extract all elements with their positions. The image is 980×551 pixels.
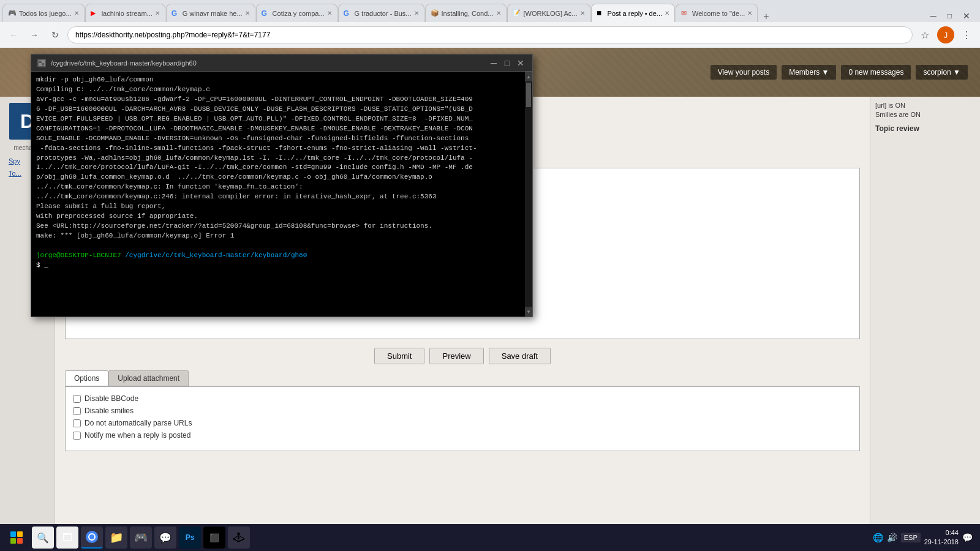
tab-traductor[interactable]: G G traductor - Bus... ✕ xyxy=(338,4,424,22)
taskbar-clock[interactable]: 0:44 29-11-2018 xyxy=(924,528,959,547)
options-tab-options[interactable]: Options xyxy=(65,370,108,386)
terminal-close[interactable]: ✕ xyxy=(515,58,526,69)
tab-close-welcome[interactable]: ✕ xyxy=(747,10,752,17)
tab-worklog[interactable]: 📝 [WORKLOG] Ac... ✕ xyxy=(507,4,590,22)
forward-button[interactable]: → xyxy=(26,26,43,43)
terminal-minimize[interactable]: ─ xyxy=(488,58,499,69)
tab-cotiza[interactable]: G Cotiza y compa... ✕ xyxy=(256,4,337,22)
tab-bar: 🎮 Todos los juego... ✕ ▶ lachinio stream… xyxy=(0,0,980,22)
start-button[interactable] xyxy=(4,527,29,549)
terminal-maximize[interactable]: □ xyxy=(502,58,513,69)
tab-close-todos[interactable]: ✕ xyxy=(74,10,79,17)
tab-post-reply[interactable]: ◼ Post a reply • de... ✕ xyxy=(591,4,675,22)
notify-reply-checkbox[interactable] xyxy=(73,432,81,440)
task-view-button[interactable]: 🗔 xyxy=(56,527,78,549)
preview-button[interactable]: Preview xyxy=(429,348,483,364)
members-button[interactable]: Members ▼ xyxy=(782,65,836,80)
terminal-taskbar-button[interactable]: ⬛ xyxy=(203,527,225,549)
network-icon[interactable]: 🌐 xyxy=(873,533,883,542)
terminal-icon xyxy=(37,59,46,67)
tab-close-cotiza[interactable]: ✕ xyxy=(327,10,332,17)
clock-date: 29-11-2018 xyxy=(924,538,959,547)
tab-label-todos: Todos los juego... xyxy=(19,10,72,17)
steam-taskbar-button[interactable]: 🎮 xyxy=(130,527,152,549)
options-tabs: Options Upload attachment xyxy=(65,370,860,386)
option-disable-bbcode: Disable BBCode xyxy=(73,394,852,403)
terminal-path: /cygdrive/c/tmk_keyboard-master/keyboard… xyxy=(125,252,307,259)
disable-smilies-checkbox[interactable] xyxy=(73,407,81,415)
tab-close-worklog[interactable]: ✕ xyxy=(580,10,585,17)
photoshop-taskbar-button[interactable]: Ps xyxy=(179,527,201,549)
menu-button[interactable]: ⋮ xyxy=(958,26,975,43)
tab-label-traductor: G traductor - Bus... xyxy=(355,10,412,17)
tab-favicon-installing: 📦 xyxy=(431,9,439,18)
profile-button[interactable]: J xyxy=(937,26,954,43)
svg-rect-2 xyxy=(42,63,44,66)
view-posts-button[interactable]: View your posts xyxy=(710,65,777,80)
tab-close-installing[interactable]: ✕ xyxy=(496,10,501,17)
options-tab-upload[interactable]: Upload attachment xyxy=(108,370,189,386)
tab-winavr[interactable]: G G winavr make he... ✕ xyxy=(166,4,255,22)
tab-installing[interactable]: 📦 Installing, Cond... ✕ xyxy=(425,4,507,22)
no-auto-parse-label: Do not automatically parse URLs xyxy=(85,419,192,427)
terminal-controls: ─ □ ✕ xyxy=(488,58,526,69)
disable-smilies-label: Disable smilies xyxy=(85,407,134,415)
address-input[interactable] xyxy=(67,26,913,43)
new-tab-button[interactable]: + xyxy=(758,11,774,22)
address-bar-row: ← → ↻ ☆ J ⋮ xyxy=(0,22,980,48)
notify-reply-label: Notify me when a reply is posted xyxy=(85,431,190,440)
reload-button[interactable]: ↻ xyxy=(47,26,64,43)
bookmark-button[interactable]: ☆ xyxy=(916,26,933,43)
minimize-button[interactable]: ─ xyxy=(925,10,941,22)
back-button[interactable]: ← xyxy=(5,26,22,43)
terminal-scroll-thumb[interactable] xyxy=(526,83,531,107)
volume-icon[interactable]: 🔊 xyxy=(887,533,897,542)
tab-favicon-traductor: G xyxy=(344,9,352,18)
terminal-scroll-down[interactable]: ▼ xyxy=(525,307,532,317)
terminal-scrollbar[interactable]: ▲ ▼ xyxy=(525,72,532,317)
tab-favicon-lachinio: ▶ xyxy=(91,9,99,18)
language-indicator[interactable]: ESP xyxy=(901,533,921,542)
user-menu-button[interactable]: scorpion ▼ xyxy=(916,65,968,80)
disable-bbcode-label: Disable BBCode xyxy=(85,394,138,403)
tab-close-traductor[interactable]: ✕ xyxy=(414,10,419,17)
terminal-line-1: mkdir -p obj_gh60_lufa/common Compiling … xyxy=(36,76,477,239)
tab-close-lachinio[interactable]: ✕ xyxy=(155,10,160,17)
tab-label-welcome: Welcome to "de... xyxy=(692,10,745,17)
tab-favicon-welcome: ✉ xyxy=(681,9,690,18)
svg-rect-1 xyxy=(39,61,42,63)
info-bbcode: [url] is ON Smilies are ON xyxy=(875,102,975,118)
disable-bbcode-checkbox[interactable] xyxy=(73,395,81,403)
submit-row: Submit Preview Save draft xyxy=(65,348,860,364)
tab-label-cotiza: Cotiza y compa... xyxy=(273,10,325,17)
save-draft-button[interactable]: Save draft xyxy=(489,348,551,364)
terminal-body[interactable]: mkdir -p obj_gh60_lufa/common Compiling … xyxy=(31,72,532,317)
option-notify-reply: Notify me when a reply is posted xyxy=(73,431,852,440)
game-taskbar-button[interactable]: 🕹 xyxy=(228,527,250,549)
info-topic-review: Topic review xyxy=(875,124,975,133)
tab-welcome[interactable]: ✉ Welcome to "de... ✕ xyxy=(676,4,758,22)
terminal-scroll-up[interactable]: ▲ xyxy=(525,72,532,81)
url-status: [url] is ON xyxy=(875,102,975,109)
no-auto-parse-checkbox[interactable] xyxy=(73,419,81,427)
topic-review-title: Topic review xyxy=(875,124,975,133)
discord-taskbar-button[interactable]: 💬 xyxy=(154,527,176,549)
files-taskbar-button[interactable]: 📁 xyxy=(105,527,127,549)
tab-favicon-post-reply: ◼ xyxy=(597,9,605,18)
tab-todos[interactable]: 🎮 Todos los juego... ✕ xyxy=(2,4,85,22)
terminal-title: /cygdrive/c/tmk_keyboard-master/keyboard… xyxy=(51,59,483,67)
chrome-taskbar-button[interactable] xyxy=(81,527,103,549)
smilies-status: Smilies are ON xyxy=(875,111,975,118)
close-window-button[interactable]: ✕ xyxy=(958,10,975,22)
search-button[interactable]: 🔍 xyxy=(32,527,54,549)
tab-close-post-reply[interactable]: ✕ xyxy=(665,10,669,17)
tab-lachinio[interactable]: ▶ lachinio stream... ✕ xyxy=(85,4,165,22)
notification-icon[interactable]: 💬 xyxy=(962,533,973,542)
tab-close-winavr[interactable]: ✕ xyxy=(245,10,250,17)
terminal-prompt: jorge@DESKTOP-LBCNJE7 xyxy=(36,252,121,259)
maximize-button[interactable]: □ xyxy=(943,10,957,21)
submit-button[interactable]: Submit xyxy=(374,348,424,364)
terminal-titlebar: /cygdrive/c/tmk_keyboard-master/keyboard… xyxy=(31,54,532,72)
tab-label-installing: Installing, Cond... xyxy=(442,10,494,17)
taskbar: 🔍 🗔 📁 🎮 💬 Ps ⬛ 🕹 🌐 🔊 ESP 0:44 29-11-2018… xyxy=(0,524,980,551)
